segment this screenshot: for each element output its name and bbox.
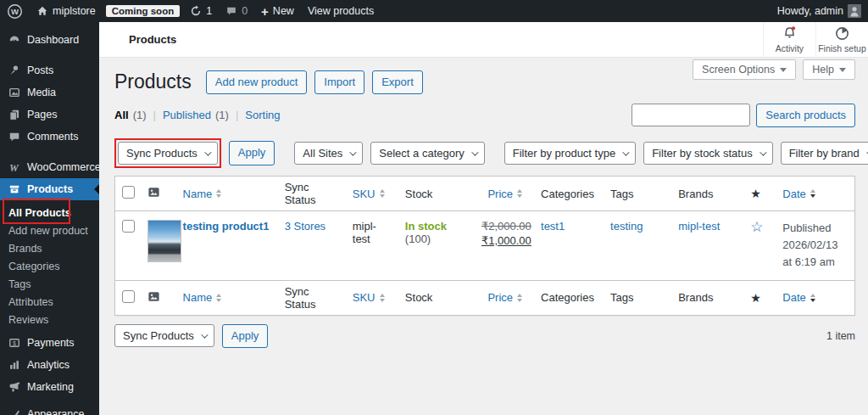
category-link[interactable]: test1 [541,220,565,233]
sidebar-item-reviews[interactable]: Reviews [0,311,99,328]
view-products-link[interactable]: View products [301,0,381,22]
products-submenu: All Products Add new product Brands Cate… [0,200,99,332]
screen-options-toggle[interactable]: Screen Options [693,59,796,80]
sidebar-item-dashboard[interactable]: Dashboard [0,29,99,51]
sort-arrows-icon [517,189,522,198]
dashboard-icon [8,34,20,47]
sidebar-item-add-new-product[interactable]: Add new product [0,222,99,239]
category-filter-select[interactable]: Select a category [370,142,484,165]
stock-quantity: (100) [405,233,431,245]
sidebar-item-marketing[interactable]: Marketing [0,376,99,398]
home-icon [36,5,48,17]
import-button[interactable]: Import [314,70,364,94]
select-all-checkbox[interactable] [122,186,135,199]
howdy-account-menu[interactable]: Howdy, admin [771,0,868,22]
view-sorting-link[interactable]: Sorting [245,109,280,121]
bulk-action-select-bottom[interactable]: Sync Products [114,324,214,347]
sidebar-item-attributes[interactable]: Attributes [0,293,99,311]
help-label: Help [812,64,834,76]
brand-link[interactable]: mipl-test [678,220,720,233]
sidebar-item-comments[interactable]: Comments [0,126,99,148]
product-name-link[interactable]: testing product1 [183,220,270,233]
updates-menu[interactable]: 1 [183,0,219,22]
help-toggle[interactable]: Help [803,59,855,80]
finish-setup-button[interactable]: Finish setup [815,22,868,57]
column-categories: Categories [534,280,604,315]
sidebar-item-brands[interactable]: Brands [0,239,99,257]
coming-soon-badge: Coming soon [106,5,180,17]
featured-toggle-star-icon[interactable]: ☆ [750,219,763,235]
sidebar-label-categories: Categories [8,261,59,272]
sort-by-date[interactable]: Date [782,188,815,200]
finish-setup-label: Finish setup [818,43,866,53]
bulk-action-value: Sync Products [126,147,198,160]
site-name-menu[interactable]: miplstore [30,0,103,22]
sidebar-item-media[interactable]: Media [0,81,99,104]
annotation-box-sync-products: Sync Products [114,138,221,168]
select-all-checkbox-footer[interactable] [122,290,135,303]
sidebar-label-media: Media [27,87,56,98]
add-new-product-button[interactable]: Add new product [206,70,308,94]
sidebar-item-products[interactable]: Products [0,178,99,200]
sort-by-name[interactable]: Name [183,291,222,304]
svg-text:$: $ [13,340,16,346]
view-products-label: View products [308,5,374,17]
payments-icon: $ [8,337,20,350]
apply-button-bottom[interactable]: Apply [222,324,269,348]
sidebar-label-attributes: Attributes [8,296,53,308]
export-button[interactable]: Export [372,70,423,94]
tag-link[interactable]: testing [610,220,643,233]
column-stock: Stock [398,177,475,211]
brand-filter-select[interactable]: Filter by brand [781,142,868,165]
row-checkbox[interactable] [122,220,135,233]
sort-arrows-icon [380,189,385,198]
comments-icon [8,131,20,143]
sidebar-item-appearance[interactable]: Appearance [0,403,99,415]
sort-by-sku[interactable]: SKU [353,291,385,304]
sidebar-item-posts[interactable]: Posts [0,59,99,81]
sidebar-label-add-new-product: Add new product [8,225,88,237]
chevron-down-icon [201,331,208,338]
sidebar-item-all-products[interactable]: All Products [0,204,99,222]
sort-by-price[interactable]: Price [487,188,522,200]
sort-by-date[interactable]: Date [782,291,815,304]
sites-filter-value: All Sites [303,147,342,160]
sidebar-item-analytics[interactable]: Analytics [0,354,99,376]
wp-logo[interactable]: W [0,0,30,22]
activity-button[interactable]: Activity [763,22,815,57]
search-products-input[interactable] [632,104,750,126]
sync-status-link[interactable]: 3 Stores [285,220,326,233]
sort-arrows-icon [810,294,815,302]
sidebar-label-analytics: Analytics [27,359,70,371]
sort-by-sku[interactable]: SKU [353,188,385,200]
sidebar-item-pages[interactable]: Pages [0,104,99,126]
chevron-down-icon [204,149,211,155]
sidebar-item-payments[interactable]: $ Payments [0,332,99,354]
view-published-link[interactable]: Published [163,109,211,121]
plus-icon: + [261,5,269,18]
search-products-button[interactable]: Search products [756,104,855,127]
stock-status-filter-select[interactable]: Filter by stock status [643,142,772,165]
menu-separator [0,51,99,59]
apply-button[interactable]: Apply [229,141,275,165]
view-filter-links: All (1) | Published (1) | Sorting [114,109,281,121]
sidebar-item-woocommerce[interactable]: W WooCommerce [0,156,99,178]
bulk-action-select[interactable]: Sync Products [118,142,218,165]
column-categories: Categories [534,177,604,211]
sort-by-name[interactable]: Name [183,188,222,200]
new-content-menu[interactable]: + New [254,0,301,22]
product-type-filter-select[interactable]: Filter by product type [504,142,636,165]
sidebar-item-tags[interactable]: Tags [0,275,99,293]
sort-by-price[interactable]: Price [487,291,522,304]
separator: | [153,109,156,121]
bottom-bulk-actions: Sync Products Apply 1 item [114,324,855,348]
update-count: 1 [206,5,212,17]
items-count-bottom: 1 item [826,330,855,342]
screen-options-label: Screen Options [702,64,775,76]
sidebar-item-categories[interactable]: Categories [0,257,99,275]
view-all-link[interactable]: All [114,109,129,121]
column-sync-status: Sync Status [278,280,346,315]
wordpress-icon: W [7,3,23,20]
comments-menu[interactable]: 0 [219,0,254,22]
sites-filter-select[interactable]: All Sites [294,142,363,165]
